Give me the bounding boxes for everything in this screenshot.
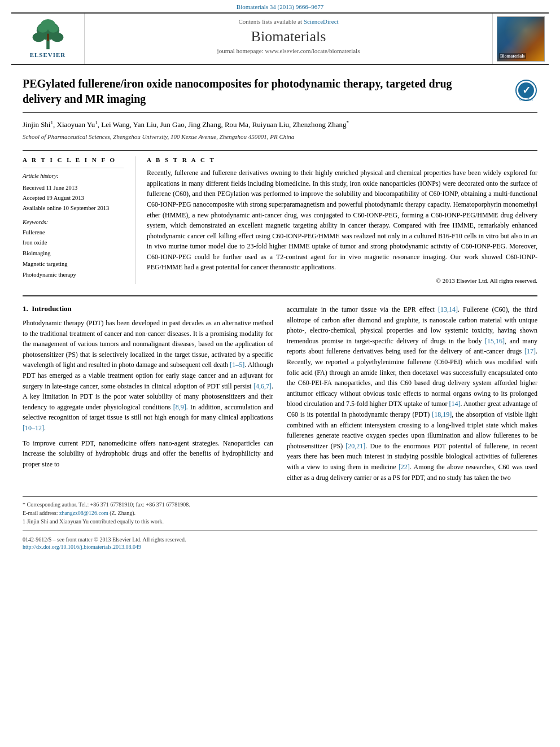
abstract-column: A B S T R A C T Recently, fullerene and … <box>135 156 537 284</box>
keyword-magnetic-targeting: Magnetic targeting <box>23 259 124 270</box>
svg-point-2 <box>32 33 45 42</box>
authors-section: Jinjin Shi1, Xiaoyuan Yu1, Lei Wang, Yan… <box>23 113 537 143</box>
svg-rect-7 <box>47 34 49 41</box>
body-right-text: accumulate in the tumor tissue via the E… <box>287 304 537 483</box>
available-online-date: Available online 10 September 2013 <box>23 203 124 213</box>
footnote-email-text: E-mail address: <box>23 510 59 516</box>
crossmark-badge: ✓ CrossMark <box>515 79 537 102</box>
footnote-equal-contribution: 1 Jinjin Shi and Xiaoyuan Yu contributed… <box>23 517 537 526</box>
authors-line: Jinjin Shi1, Xiaoyuan Yu1, Lei Wang, Yan… <box>23 119 537 131</box>
journal-cover: Biomaterials <box>492 14 549 64</box>
footnote-email-link[interactable]: zhangzz08@126.com <box>59 510 108 516</box>
ref-link-15-16[interactable]: [15,16] <box>485 337 505 345</box>
keywords-list: Fullerene Iron oxide Bioimaging Magnetic… <box>23 228 124 281</box>
ref-link-20-21[interactable]: [20,21] <box>345 442 365 450</box>
footnote-email-author: (Z. Zhang). <box>108 510 135 516</box>
svg-text:✓: ✓ <box>522 85 531 96</box>
svg-text:CrossMark: CrossMark <box>519 98 533 101</box>
elsevier-name: ELSEVIER <box>30 51 66 58</box>
abstract-text: Recently, fullerene and fullerene deriva… <box>147 168 537 273</box>
body-left-text: Photodynamic therapy (PDT) has been deve… <box>23 318 273 469</box>
article-dates: Article history: Received 11 June 2013 A… <box>23 168 124 213</box>
footnote-corresponding: * Corresponding author. Tel.: +86 371 67… <box>23 500 537 509</box>
journal-header: ELSEVIER Contents lists available at Sci… <box>11 12 549 65</box>
ref-link-8-9[interactable]: [8,9] <box>173 403 186 411</box>
svg-point-6 <box>41 19 55 29</box>
keywords-label: Keywords: <box>23 219 124 225</box>
elsevier-logo: ELSEVIER <box>25 19 71 58</box>
ref-link-17[interactable]: [17] <box>524 347 536 355</box>
ref-link-4-6-7[interactable]: [4,6,7] <box>253 382 272 390</box>
abstract-heading: A B S T R A C T <box>147 156 537 163</box>
received-date: Received 11 June 2013 <box>23 183 124 193</box>
footnote-doi[interactable]: http://dx.doi.org/10.1016/j.biomaterials… <box>23 544 537 550</box>
article-title: PEGylated fullerene/iron oxide nanocompo… <box>23 76 485 107</box>
keyword-pdt: Photodynamic therapy <box>23 270 124 281</box>
science-direct-link[interactable]: ScienceDirect <box>304 18 339 25</box>
main-content: PEGylated fullerene/iron oxide nanocompo… <box>0 65 560 550</box>
article-title-section: PEGylated fullerene/iron oxide nanocompo… <box>23 65 537 113</box>
journal-center-info: Contents lists available at ScienceDirec… <box>85 14 492 64</box>
footnote-section: * Corresponding author. Tel.: +86 371 67… <box>23 496 537 550</box>
top-bar: Biomaterials 34 (2013) 9666–9677 <box>0 0 560 12</box>
keyword-fullerene: Fullerene <box>23 228 124 238</box>
body-left-column: 1. Introduction Photodynamic therapy (PD… <box>23 304 273 487</box>
doi-text: http://dx.doi.org/10.1016/j.biomaterials… <box>23 544 141 550</box>
keywords-section: Keywords: Fullerene Iron oxide Bioimagin… <box>23 219 124 281</box>
journal-homepage: journal homepage: www.elsevier.com/locat… <box>217 47 360 54</box>
ref-link-18-19[interactable]: [18,19] <box>432 410 452 418</box>
svg-point-3 <box>51 33 63 42</box>
article-info-heading: A R T I C L E I N F O <box>23 156 124 163</box>
keyword-iron-oxide: Iron oxide <box>23 238 124 248</box>
body-para-1: Photodynamic therapy (PDT) has been deve… <box>23 318 273 434</box>
ref-link-1-5[interactable]: [1–5] <box>230 361 244 369</box>
elsevier-logo-section: ELSEVIER <box>11 14 85 64</box>
article-info-column: A R T I C L E I N F O Article history: R… <box>23 156 135 284</box>
history-label: Article history: <box>23 171 124 181</box>
ref-link-10-12[interactable]: [10–12] <box>23 424 44 432</box>
journal-reference: Biomaterials 34 (2013) 9666–9677 <box>237 3 323 10</box>
ref-link-14b[interactable]: [14] <box>449 400 461 408</box>
copyright-line: © 2013 Elsevier Ltd. All rights reserved… <box>147 277 537 284</box>
article-info-abstract: A R T I C L E I N F O Article history: R… <box>23 150 537 284</box>
body-para-2: To improve current PDT, nanomedicine off… <box>23 438 273 470</box>
body-para-3: accumulate in the tumor tissue via the E… <box>287 304 537 483</box>
footnote-divider <box>23 530 537 531</box>
ref-link-13-14[interactable]: [13,14] <box>438 305 458 313</box>
footnote-email: E-mail address: zhangzz08@126.com (Z. Zh… <box>23 509 537 517</box>
section1-heading: 1. Introduction <box>23 304 273 313</box>
keyword-bioimaging: Bioimaging <box>23 248 124 259</box>
section1-num: 1. <box>23 304 28 313</box>
elsevier-tree-icon <box>25 19 71 50</box>
ref-link-22[interactable]: [22] <box>399 463 410 471</box>
body-two-columns: 1. Introduction Photodynamic therapy (PD… <box>23 304 537 487</box>
accepted-date: Accepted 19 August 2013 <box>23 193 124 203</box>
affiliation-line: School of Pharmaceutical Sciences, Zheng… <box>23 133 537 140</box>
page-wrapper: Biomaterials 34 (2013) 9666–9677 ELSEVIE… <box>0 0 560 550</box>
body-section: 1. Introduction Photodynamic therapy (PD… <box>23 295 537 550</box>
journal-title: Biomaterials <box>251 28 326 45</box>
biomaterials-cover-image: Biomaterials <box>497 16 545 62</box>
footnote-issn: 0142-9612/$ – see front matter © 2013 El… <box>23 535 537 544</box>
svg-rect-0 <box>46 40 50 50</box>
body-right-column: accumulate in the tumor tissue via the E… <box>287 304 537 487</box>
science-direct-text: Contents lists available at ScienceDirec… <box>238 18 338 25</box>
section1-title: Introduction <box>32 304 72 313</box>
